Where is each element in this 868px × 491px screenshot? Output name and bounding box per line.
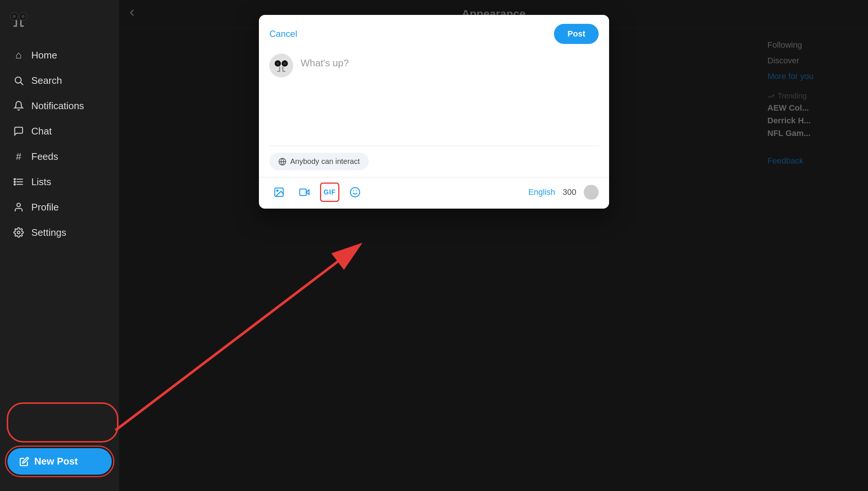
svg-rect-25 [277, 71, 280, 72]
compose-text-area: What's up? [301, 54, 599, 128]
image-button[interactable] [269, 183, 289, 202]
svg-rect-26 [282, 71, 285, 72]
svg-rect-23 [279, 67, 280, 71]
modal-header: Cancel Post [259, 15, 609, 50]
language-selector[interactable]: English [528, 187, 555, 197]
modal-footer: GIF English 300 [259, 177, 609, 209]
interact-row: Anybody can interact [259, 146, 609, 177]
interact-label: Anybody can interact [290, 157, 360, 166]
modal-body: What's up? [259, 50, 609, 146]
footer-right: English 300 [528, 185, 599, 200]
post-button[interactable]: Post [554, 24, 599, 44]
svg-point-33 [351, 188, 360, 197]
compose-placeholder[interactable]: What's up? [301, 54, 599, 69]
video-button[interactable] [295, 183, 314, 202]
avatar [269, 54, 293, 77]
modal-overlay: Cancel Post What's up? [0, 0, 868, 491]
svg-point-18 [271, 55, 292, 76]
svg-point-30 [277, 190, 278, 191]
char-count: 300 [563, 187, 576, 197]
svg-rect-24 [282, 67, 283, 71]
svg-point-22 [283, 62, 286, 65]
gif-button[interactable]: GIF [320, 183, 339, 202]
cancel-button[interactable]: Cancel [269, 29, 297, 39]
compose-modal: Cancel Post What's up? [259, 15, 609, 209]
emoji-button[interactable] [345, 183, 365, 202]
svg-point-21 [276, 62, 279, 65]
svg-rect-31 [300, 189, 307, 196]
progress-circle [584, 185, 599, 200]
interact-badge[interactable]: Anybody can interact [269, 153, 369, 170]
